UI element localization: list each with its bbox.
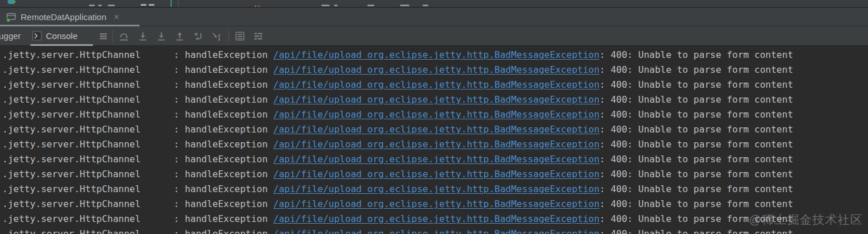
log-logger-method: .jetty.server.HttpChannel : handleExcept… bbox=[2, 109, 273, 120]
log-exception-link[interactable]: /api/file/upload org.eclipse.jetty.http.… bbox=[273, 49, 599, 60]
log-logger-method: .jetty.server.HttpChannel : handleExcept… bbox=[2, 94, 273, 105]
log-logger-method: .jetty.server.HttpChannel : handleExcept… bbox=[2, 139, 273, 150]
log-error-message: : 400: Unable to parse form content bbox=[599, 198, 793, 209]
step-out-icon[interactable] bbox=[175, 31, 185, 41]
clipped-text-fragment bbox=[108, 5, 115, 6]
console-tab-label: Console bbox=[46, 31, 78, 41]
run-tab-bar: RemoteDatApplication × bbox=[0, 8, 868, 26]
log-error-message: : 400: Unable to parse form content bbox=[599, 79, 793, 90]
log-error-message: : 400: Unable to parse form content bbox=[599, 94, 793, 105]
log-logger-method: .jetty.server.HttpChannel : handleExcept… bbox=[2, 169, 273, 180]
log-exception-link[interactable]: /api/file/upload org.eclipse.jetty.http.… bbox=[273, 139, 599, 150]
log-error-message: : 400: Unable to parse form content bbox=[599, 184, 793, 194]
log-line: .jetty.server.HttpChannel : handleExcept… bbox=[2, 48, 868, 63]
log-exception-link[interactable]: /api/file/upload org.eclipse.jetty.http.… bbox=[273, 228, 599, 234]
log-exception-link[interactable]: /api/file/upload org.eclipse.jetty.http.… bbox=[273, 154, 599, 165]
log-error-message: : 400: Unable to parse form content bbox=[599, 109, 793, 120]
log-line: .jetty.server.HttpChannel : handleExcept… bbox=[2, 152, 868, 167]
log-line: .jetty.server.HttpChannel : handleExcept… bbox=[2, 63, 868, 77]
clipped-divider-line bbox=[178, 0, 179, 7]
log-exception-link[interactable]: /api/file/upload org.eclipse.jetty.http.… bbox=[273, 94, 599, 105]
clipped-text-fragment bbox=[334, 5, 338, 6]
log-line: .jetty.server.HttpChannel : handleExcept… bbox=[2, 167, 868, 182]
log-logger-method: .jetty.server.HttpChannel : handleExcept… bbox=[2, 154, 273, 165]
clipped-text-fragment bbox=[149, 4, 154, 6]
run-to-cursor-icon[interactable] bbox=[211, 31, 222, 41]
run-tab-label: RemoteDatApplication bbox=[21, 12, 106, 22]
layout-settings-icon[interactable] bbox=[253, 31, 264, 41]
log-error-message: : 400: Unable to parse form content bbox=[599, 64, 793, 75]
log-logger-method: .jetty.server.HttpChannel : handleExcept… bbox=[2, 79, 273, 90]
log-error-message: : 400: Unable to parse form content bbox=[599, 213, 793, 224]
log-exception-link[interactable]: /api/file/upload org.eclipse.jetty.http.… bbox=[273, 184, 599, 194]
log-exception-link[interactable]: /api/file/upload org.eclipse.jetty.http.… bbox=[273, 109, 599, 120]
debug-toolbar: ugger Console bbox=[0, 26, 868, 46]
more-menu-icon[interactable] bbox=[98, 31, 108, 41]
run-tab-remotedatapplication[interactable]: RemoteDatApplication × bbox=[3, 8, 122, 26]
run-console-frame-icon bbox=[6, 12, 17, 22]
log-logger-method: .jetty.server.HttpChannel : handleExcept… bbox=[2, 184, 273, 194]
log-logger-method: .jetty.server.HttpChannel : handleExcept… bbox=[2, 49, 273, 60]
step-over-icon[interactable] bbox=[119, 31, 129, 41]
log-exception-link[interactable]: /api/file/upload org.eclipse.jetty.http.… bbox=[273, 198, 599, 209]
console-output: .jetty.server.HttpChannel : handleExcept… bbox=[0, 46, 868, 234]
log-line: .jetty.server.HttpChannel : handleExcept… bbox=[2, 227, 868, 234]
log-logger-method: .jetty.server.HttpChannel : handleExcept… bbox=[2, 64, 273, 75]
run-config-cloud-icon bbox=[7, 0, 17, 4]
drop-frame-icon[interactable] bbox=[193, 31, 203, 41]
log-line: .jetty.server.HttpChannel : handleExcept… bbox=[2, 107, 868, 122]
toolbar-divider bbox=[228, 30, 229, 42]
log-error-message: : 400: Unable to parse form content bbox=[599, 124, 793, 135]
log-error-message: : 400: Unable to parse form content bbox=[599, 139, 793, 150]
tab-console[interactable]: Console bbox=[32, 26, 78, 45]
clipped-text-fragment bbox=[98, 5, 102, 6]
log-exception-link[interactable]: /api/file/upload org.eclipse.jetty.http.… bbox=[273, 64, 599, 75]
clipped-text-fragment bbox=[321, 5, 330, 6]
log-exception-link[interactable]: /api/file/upload org.eclipse.jetty.http.… bbox=[273, 124, 599, 135]
clipped-header-content: RemoteDatApplication （"文件上传失败，请联系管理员"） bbox=[0, 0, 868, 5]
log-exception-link[interactable]: /api/file/upload org.eclipse.jetty.http.… bbox=[273, 213, 599, 224]
log-error-message: : 400: Unable to parse form content bbox=[599, 169, 793, 180]
close-tab-icon[interactable]: × bbox=[114, 13, 119, 22]
tab-debugger-partial[interactable]: ugger bbox=[0, 26, 21, 45]
log-line: .jetty.server.HttpChannel : handleExcept… bbox=[2, 182, 868, 197]
log-exception-link[interactable]: /api/file/upload org.eclipse.jetty.http.… bbox=[273, 169, 599, 180]
log-error-message: : 400: Unable to parse form content bbox=[599, 49, 793, 60]
log-logger-method: .jetty.server.HttpChannel : handleExcept… bbox=[2, 213, 273, 224]
clipped-text-fragment bbox=[367, 5, 374, 6]
log-logger-method: .jetty.server.HttpChannel : handleExcept… bbox=[2, 124, 273, 135]
clipped-orange-marks: .. bbox=[254, 1, 261, 7]
log-error-message: : 400: Unable to parse form content bbox=[599, 154, 793, 165]
log-error-message: : 400: Unable to parse form content bbox=[599, 228, 793, 234]
log-line: .jetty.server.HttpChannel : handleExcept… bbox=[2, 212, 868, 227]
log-exception-link[interactable]: /api/file/upload org.eclipse.jetty.http.… bbox=[273, 79, 599, 90]
console-icon bbox=[32, 31, 42, 41]
clipped-header-strip: RemoteDatApplication （"文件上传失败，请联系管理员"） .… bbox=[0, 0, 868, 7]
toolbar-divider bbox=[113, 30, 113, 42]
clipped-text-fragment bbox=[400, 5, 409, 6]
evaluate-expression-icon[interactable] bbox=[235, 31, 245, 41]
log-logger-method: .jetty.server.HttpChannel : handleExcept… bbox=[2, 228, 273, 234]
log-line: .jetty.server.HttpChannel : handleExcept… bbox=[2, 92, 868, 107]
clipped-text-fragment bbox=[423, 5, 428, 6]
step-into-icon[interactable] bbox=[138, 31, 148, 41]
log-logger-method: .jetty.server.HttpChannel : handleExcept… bbox=[2, 198, 273, 209]
log-line: .jetty.server.HttpChannel : handleExcept… bbox=[2, 197, 868, 212]
clipped-text-fragment bbox=[89, 5, 95, 6]
log-line: .jetty.server.HttpChannel : handleExcept… bbox=[2, 77, 868, 92]
clipped-text-fragment bbox=[141, 4, 146, 6]
force-step-into-icon[interactable] bbox=[156, 31, 166, 41]
log-line: .jetty.server.HttpChannel : handleExcept… bbox=[2, 122, 868, 137]
ide-debug-window: RemoteDatApplication （"文件上传失败，请联系管理员"） .… bbox=[0, 0, 868, 234]
log-line: .jetty.server.HttpChannel : handleExcept… bbox=[2, 137, 868, 152]
clipped-caret-line bbox=[170, 0, 172, 7]
